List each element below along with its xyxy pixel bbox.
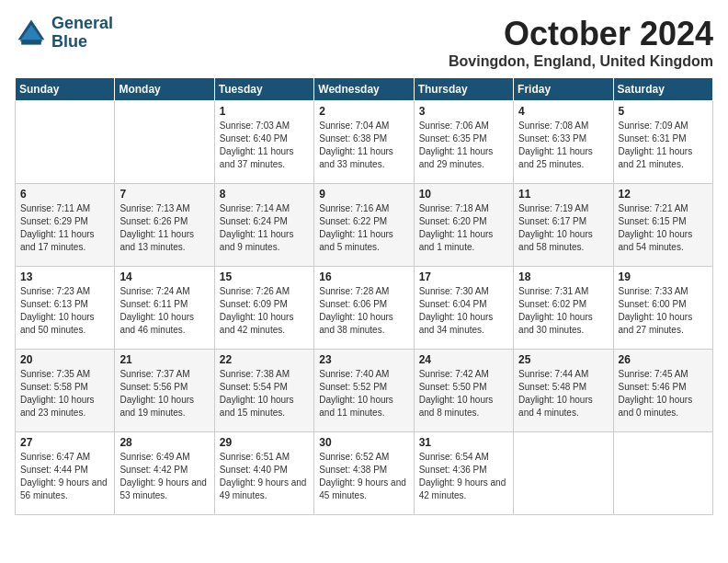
calendar-cell: 16Sunrise: 7:28 AM Sunset: 6:06 PM Dayli… (314, 267, 414, 350)
logo-text: General Blue (51, 15, 113, 52)
calendar-week-1: 1Sunrise: 7:03 AM Sunset: 6:40 PM Daylig… (16, 101, 713, 184)
weekday-header-row: SundayMondayTuesdayWednesdayThursdayFrid… (16, 78, 713, 101)
cell-info: Sunrise: 7:18 AM Sunset: 6:20 PM Dayligh… (419, 202, 508, 254)
calendar-cell: 25Sunrise: 7:44 AM Sunset: 5:48 PM Dayli… (514, 350, 613, 432)
calendar-cell: 4Sunrise: 7:08 AM Sunset: 6:33 PM Daylig… (514, 101, 613, 184)
calendar-cell: 29Sunrise: 6:51 AM Sunset: 4:40 PM Dayli… (214, 432, 313, 515)
day-number: 9 (319, 188, 408, 201)
day-number: 25 (518, 353, 608, 366)
calendar-cell: 30Sunrise: 6:52 AM Sunset: 4:38 PM Dayli… (314, 432, 414, 515)
day-number: 2 (319, 105, 408, 118)
logo-icon (15, 17, 48, 50)
weekday-header-monday: Monday (115, 78, 214, 101)
cell-info: Sunrise: 7:23 AM Sunset: 6:13 PM Dayligh… (20, 285, 109, 337)
cell-info: Sunrise: 6:54 AM Sunset: 4:36 PM Dayligh… (419, 451, 508, 502)
calendar-week-2: 6Sunrise: 7:11 AM Sunset: 6:29 PM Daylig… (16, 184, 713, 267)
cell-info: Sunrise: 7:37 AM Sunset: 5:56 PM Dayligh… (119, 368, 209, 419)
day-number: 21 (119, 353, 209, 366)
weekday-header-friday: Friday (514, 78, 613, 101)
cell-info: Sunrise: 6:49 AM Sunset: 4:42 PM Dayligh… (119, 451, 209, 502)
day-number: 14 (119, 270, 209, 283)
calendar-cell: 11Sunrise: 7:19 AM Sunset: 6:17 PM Dayli… (514, 184, 613, 267)
weekday-header-thursday: Thursday (414, 78, 513, 101)
day-number: 12 (619, 188, 708, 201)
day-number: 1 (220, 105, 309, 118)
cell-info: Sunrise: 7:16 AM Sunset: 6:22 PM Dayligh… (319, 202, 408, 254)
day-number: 5 (619, 105, 708, 118)
day-number: 22 (220, 353, 309, 366)
cell-info: Sunrise: 7:11 AM Sunset: 6:29 PM Dayligh… (20, 202, 109, 254)
cell-info: Sunrise: 6:47 AM Sunset: 4:44 PM Dayligh… (20, 451, 109, 502)
location-title: Bovingdon, England, United Kingdom (449, 53, 713, 70)
cell-info: Sunrise: 7:30 AM Sunset: 6:04 PM Dayligh… (419, 285, 508, 337)
calendar-cell: 20Sunrise: 7:35 AM Sunset: 5:58 PM Dayli… (16, 350, 115, 432)
cell-info: Sunrise: 7:24 AM Sunset: 6:11 PM Dayligh… (119, 285, 209, 337)
cell-info: Sunrise: 7:13 AM Sunset: 6:26 PM Dayligh… (119, 202, 209, 254)
calendar-cell: 24Sunrise: 7:42 AM Sunset: 5:50 PM Dayli… (414, 350, 513, 432)
cell-info: Sunrise: 7:04 AM Sunset: 6:38 PM Dayligh… (319, 120, 408, 171)
day-number: 28 (119, 436, 209, 449)
cell-info: Sunrise: 7:03 AM Sunset: 6:40 PM Dayligh… (220, 120, 309, 171)
day-number: 3 (419, 105, 508, 118)
calendar-week-3: 13Sunrise: 7:23 AM Sunset: 6:13 PM Dayli… (16, 267, 713, 350)
calendar-cell: 1Sunrise: 7:03 AM Sunset: 6:40 PM Daylig… (214, 101, 313, 184)
cell-info: Sunrise: 7:35 AM Sunset: 5:58 PM Dayligh… (20, 368, 109, 419)
calendar-cell: 6Sunrise: 7:11 AM Sunset: 6:29 PM Daylig… (16, 184, 115, 267)
title-area: October 2024 Bovingdon, England, United … (449, 15, 713, 70)
calendar-cell: 3Sunrise: 7:06 AM Sunset: 6:35 PM Daylig… (414, 101, 513, 184)
cell-info: Sunrise: 7:21 AM Sunset: 6:15 PM Dayligh… (619, 202, 708, 254)
calendar-cell: 18Sunrise: 7:31 AM Sunset: 6:02 PM Dayli… (514, 267, 613, 350)
day-number: 11 (518, 188, 608, 201)
cell-info: Sunrise: 7:09 AM Sunset: 6:31 PM Dayligh… (619, 120, 708, 171)
cell-info: Sunrise: 7:19 AM Sunset: 6:17 PM Dayligh… (518, 202, 608, 254)
cell-info: Sunrise: 7:40 AM Sunset: 5:52 PM Dayligh… (319, 368, 408, 419)
day-number: 24 (419, 353, 508, 366)
day-number: 19 (619, 270, 708, 283)
calendar-cell (16, 101, 115, 184)
cell-info: Sunrise: 7:44 AM Sunset: 5:48 PM Dayligh… (518, 368, 608, 419)
cell-info: Sunrise: 7:33 AM Sunset: 6:00 PM Dayligh… (619, 285, 708, 337)
cell-info: Sunrise: 7:28 AM Sunset: 6:06 PM Dayligh… (319, 285, 408, 337)
weekday-header-sunday: Sunday (16, 78, 115, 101)
calendar-cell: 26Sunrise: 7:45 AM Sunset: 5:46 PM Dayli… (613, 350, 712, 432)
calendar-cell: 14Sunrise: 7:24 AM Sunset: 6:11 PM Dayli… (115, 267, 214, 350)
day-number: 7 (119, 188, 209, 201)
cell-info: Sunrise: 7:42 AM Sunset: 5:50 PM Dayligh… (419, 368, 508, 419)
calendar-cell: 10Sunrise: 7:18 AM Sunset: 6:20 PM Dayli… (414, 184, 513, 267)
cell-info: Sunrise: 7:06 AM Sunset: 6:35 PM Dayligh… (419, 120, 508, 171)
calendar-cell: 8Sunrise: 7:14 AM Sunset: 6:24 PM Daylig… (214, 184, 313, 267)
day-number: 26 (619, 353, 708, 366)
day-number: 16 (319, 270, 408, 283)
calendar-cell (115, 101, 214, 184)
calendar-cell: 27Sunrise: 6:47 AM Sunset: 4:44 PM Dayli… (16, 432, 115, 515)
calendar-cell (613, 432, 712, 515)
cell-info: Sunrise: 7:14 AM Sunset: 6:24 PM Dayligh… (220, 202, 309, 254)
calendar-table: SundayMondayTuesdayWednesdayThursdayFrid… (15, 77, 713, 515)
cell-info: Sunrise: 7:08 AM Sunset: 6:33 PM Dayligh… (518, 120, 608, 171)
calendar-cell: 9Sunrise: 7:16 AM Sunset: 6:22 PM Daylig… (314, 184, 414, 267)
calendar-week-4: 20Sunrise: 7:35 AM Sunset: 5:58 PM Dayli… (16, 350, 713, 432)
day-number: 13 (20, 270, 109, 283)
day-number: 10 (419, 188, 508, 201)
cell-info: Sunrise: 7:45 AM Sunset: 5:46 PM Dayligh… (619, 368, 708, 419)
day-number: 23 (319, 353, 408, 366)
svg-rect-2 (21, 40, 41, 44)
calendar-cell (514, 432, 613, 515)
cell-info: Sunrise: 6:52 AM Sunset: 4:38 PM Dayligh… (319, 451, 408, 502)
cell-info: Sunrise: 7:26 AM Sunset: 6:09 PM Dayligh… (220, 285, 309, 337)
calendar-cell: 7Sunrise: 7:13 AM Sunset: 6:26 PM Daylig… (115, 184, 214, 267)
calendar-cell: 17Sunrise: 7:30 AM Sunset: 6:04 PM Dayli… (414, 267, 513, 350)
day-number: 30 (319, 436, 408, 449)
weekday-header-wednesday: Wednesday (314, 78, 414, 101)
weekday-header-tuesday: Tuesday (214, 78, 313, 101)
month-title: October 2024 (449, 15, 713, 53)
page-header: General Blue October 2024 Bovingdon, Eng… (15, 15, 713, 70)
calendar-cell: 21Sunrise: 7:37 AM Sunset: 5:56 PM Dayli… (115, 350, 214, 432)
calendar-cell: 15Sunrise: 7:26 AM Sunset: 6:09 PM Dayli… (214, 267, 313, 350)
calendar-cell: 13Sunrise: 7:23 AM Sunset: 6:13 PM Dayli… (16, 267, 115, 350)
calendar-cell: 5Sunrise: 7:09 AM Sunset: 6:31 PM Daylig… (613, 101, 712, 184)
calendar-week-5: 27Sunrise: 6:47 AM Sunset: 4:44 PM Dayli… (16, 432, 713, 515)
day-number: 6 (20, 188, 109, 201)
cell-info: Sunrise: 6:51 AM Sunset: 4:40 PM Dayligh… (220, 451, 309, 502)
day-number: 15 (220, 270, 309, 283)
